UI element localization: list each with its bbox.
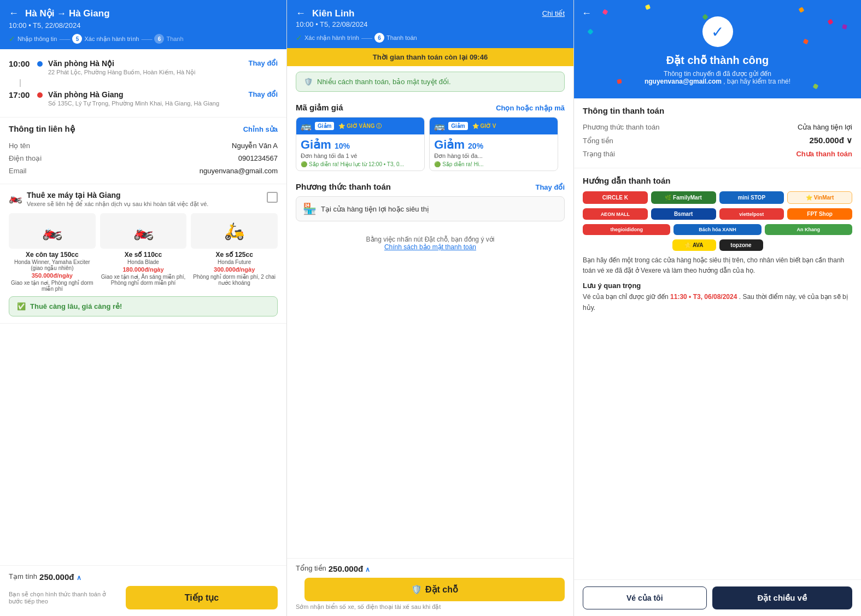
step3-label: Thanh [166,36,183,42]
discount-card-0[interactable]: 🚌 Giảm ⭐ GIỜ VÀNG ⓘ Giảm 10% Đơn hàng tố… [296,117,425,171]
bike-card-1: 🏍️ Xe số 110cc Honda Blade 180.000đ/ngày… [100,213,187,292]
store-viettelpost: viettelpost [719,208,784,220]
bike-img-0: 🏍️ [9,213,96,249]
s2-detail-link[interactable]: Chi tiết [542,9,565,17]
book-button[interactable]: 🛡️ Đặt chỗ [304,578,565,601]
shield-btn-icon: 🛡️ [411,584,422,595]
name-label: Họ tên [9,142,30,150]
s2-steps: ✓ Xác nhận hành trình —— 6 Thanh toán [296,33,565,43]
s3-footer: Vé của tôi Đặt chiều về [574,579,861,616]
arrive-info: Văn phòng Hà Giang Số 135C, Lý Tự Trọng,… [48,90,243,107]
step1-label: Nhập thông tin [17,36,57,43]
name-value: Nguyễn Văn A [232,142,278,150]
s2-footer: Tổng tiền 250.000đ ∧ 🛡️ Đặt chỗ Sớm nhận… [287,558,573,616]
s3-success-subtitle: Thông tin chuyến đi đã được gửi đến nguy… [645,70,790,85]
check-icon: ✓ [9,34,15,43]
s3-important-title: Lưu ý quan trọng [583,281,852,290]
s2-pm-change-btn[interactable]: Thay đổi [535,183,565,191]
s3-content: Thông tin thanh toán Phương thức thanh t… [574,98,861,579]
s2-timer-bar: Thời gian thanh toán còn lại 09:46 [287,48,573,66]
store-bsmart: Bsmart [651,208,716,220]
footer-btn-row: Bạn sẽ chọn hình thức thanh toán ở bước … [9,586,278,609]
arrive-address: Số 135C, Lý Tự Trọng, Phường Minh Khai, … [48,100,243,107]
s2-discount-title: Mã giảm giá [296,103,343,113]
my-ticket-button[interactable]: Vé của tôi [583,586,707,609]
route-row-departure: 10:00 Văn phòng Hà Nội 22 Phát Lộc, Phườ… [9,56,278,79]
depart-change-btn[interactable]: Thay đổi [248,59,278,67]
s2-title-group: ← Kiên Linh [296,8,354,19]
discount-card-1[interactable]: 🚌 Giảm ⭐ GIỜ V Giảm 20% Đơn hàng tối đa.… [429,117,558,171]
s2-title: Kiên Linh [312,8,354,19]
s2-secure-notice: 🛡️ Nhiều cách thanh toán, bảo mật tuyệt … [296,72,565,92]
s2-discount-action[interactable]: Chọn hoặc nhập mã [496,104,565,112]
s3-guide-title: Hướng dẫn thanh toán [583,176,852,186]
contact-edit-btn[interactable]: Chỉnh sửa [243,125,278,133]
s2-terms-link[interactable]: Chính sách bảo mật thanh toán [384,243,476,251]
s3-success-title: Đặt chỗ thành công [666,54,769,67]
s2-step2-label: Thanh toán [386,34,417,41]
step-sep1: —— [59,36,70,42]
s2-terms-text: Bằng việc nhấn nút Đặt chỗ, bạn đồng ý v… [366,236,495,243]
s2-secure-icon: 🛡️ [304,78,313,86]
bikes-grid: 🏍️ Xe côn tay 150cc Honda Winner, Yamaha… [9,213,278,292]
discount-card-top-1: 🚌 Giảm ⭐ GIỜ V [430,118,558,134]
back-arrow-icon[interactable]: ← [9,8,19,19]
phone-value: 0901234567 [238,154,278,162]
footer-total-label: Tạm tính [9,572,37,580]
s2-secure-text: Nhiều cách thanh toán, bảo mật tuyệt đối… [317,78,451,86]
s2-header: ← Kiên Linh Chi tiết 10:00 • T5, 22/08/2… [287,0,573,48]
bike-name-1: Xe số 110cc [100,251,187,259]
bus-icon-1: 🚌 [434,121,445,131]
chevron-up-icon: ∧ [77,574,81,582]
s1-datetime: 10:00 • T5, 22/08/2024 [9,21,278,30]
status-label: Trạng thái [583,150,615,158]
status-value: Chưa thanh toán [796,150,852,158]
step-sep2: —— [141,36,152,42]
store-bachhoaxanh: Bách hóa XANH [673,224,761,235]
s3-row-total: Tổng tiền 250.000đ ∨ [583,133,852,148]
step3-circle: 6 [154,34,164,44]
rental-desc: Vexere sẽ liên hệ để xác nhận dịch vụ sa… [27,201,262,208]
method-label: Phương thức thanh toán [583,123,659,131]
depart-info: Văn phòng Hà Nội 22 Phát Lộc, Phường Hàn… [48,59,243,76]
bike-card-0: 🏍️ Xe côn tay 150cc Honda Winner, Yamaha… [9,213,96,292]
s2-back-icon[interactable]: ← [296,8,306,19]
discount-card-body-1: Giảm 20% Đơn hàng tối đa... 🟢 Sắp diễn r… [430,134,558,171]
total-value: 250.000đ ∨ [809,136,852,145]
s2-footer-total-row: Tổng tiền 250.000đ ∧ [296,564,565,573]
screen-success: ← ✓ Đặt chỗ thành công Thông tin chuyến … [574,0,861,616]
s2-footer-note: Sớm nhận biển số xe, số điện thoại tài x… [296,603,565,611]
s2-pm-option[interactable]: 🏪 Tại cửa hàng tiện lợi hoặc siêu thị [296,196,565,221]
continue-button[interactable]: Tiếp tục [126,586,278,609]
s3-important-text: Vé của bạn chỉ được giữ đến 11:30 • T3, … [583,292,852,313]
s1-route-title: Hà Nội → Hà Giang [25,8,110,19]
bus-icon-0: 🚌 [301,121,312,131]
discount-tag-0: Giảm [315,122,334,130]
bike-model-0: Honda Winner, Yamaha Exciter (giao ngẫu … [9,259,96,271]
arrive-change-btn[interactable]: Thay đổi [248,90,278,98]
footer-price-value: 250.000đ [39,572,74,582]
phone-label: Điện thoại [9,154,42,162]
discount-coming-0: 🟢 Sắp diễn ra! Hiệu lực từ 12:00 • T3, 0… [301,161,420,167]
s2-step-sep: —— [361,35,372,41]
s2-footer-label: Tổng tiền [296,564,326,572]
discount-card-body-0: Giảm 10% Đơn hàng tối đa 1 vé 🟢 Sắp diễn… [296,134,424,171]
store-ava: 🌟 AVA [672,239,716,251]
promo-text: Thuê càng lâu, giá càng rẻ! [30,302,122,310]
store-topzone: topzone [719,239,763,251]
route-row-arrival: 17:00 Văn phòng Hà Giang Số 135C, Lý Tự … [9,87,278,110]
s3-back-icon[interactable]: ← [582,8,591,19]
rental-title: Thuê xe máy tại Hà Giang [27,191,262,200]
gio-vang-1: ⭐ GIỜ V [472,123,496,129]
bike-price-0: 350.000đ/ngày [9,272,96,279]
return-ticket-button[interactable]: Đặt chiều về [712,586,853,609]
s3-row-method: Phương thức thanh toán Cửa hàng tiện lợi [583,121,852,133]
s2-title-row: ← Kiên Linh Chi tiết [296,8,565,19]
rental-checkbox[interactable] [267,192,278,203]
store-aeon: AEON MALL [583,208,648,220]
footer-price: 250.000đ ∧ [39,572,81,582]
s1-rental-section: 🏍️ Thuê xe máy tại Hà Giang Vexere sẽ li… [0,184,286,324]
bike-icon: 🏍️ [9,191,22,204]
store-vinmart: ⭐ VinMart [787,191,852,204]
bike-price-1: 180.000đ/ngày [100,266,187,273]
